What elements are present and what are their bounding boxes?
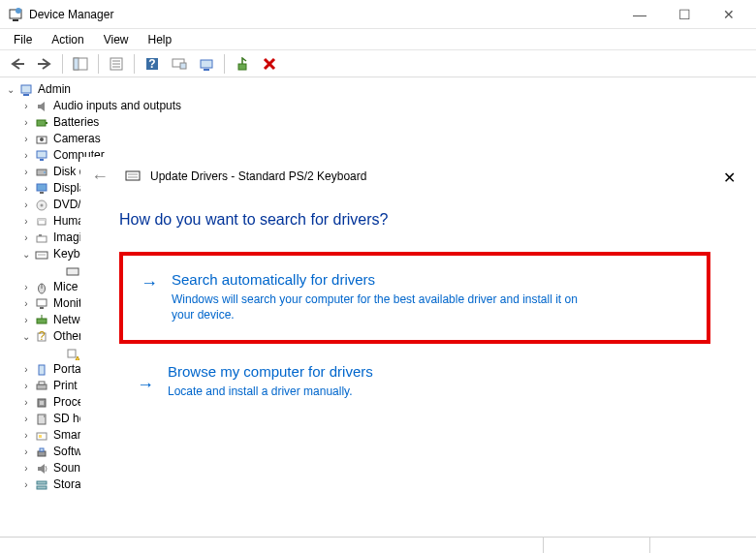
arrow-icon: → (141, 273, 158, 293)
toggle-icon[interactable]: › (19, 114, 33, 131)
toolbar-separator (224, 54, 225, 74)
svg-rect-27 (37, 151, 47, 158)
svg-rect-65 (37, 486, 47, 489)
toolbar-properties-button[interactable] (105, 52, 128, 76)
svg-rect-52 (39, 365, 45, 375)
menu-file[interactable]: File (6, 31, 40, 48)
toggle-icon[interactable]: › (19, 180, 33, 197)
svg-rect-64 (37, 481, 47, 484)
audio-icon (34, 99, 49, 114)
dialog-header: ← Update Drivers - Standard PS/2 Keyboar… (80, 157, 749, 196)
svg-point-26 (40, 138, 44, 141)
svg-text:?: ? (148, 57, 155, 71)
title-bar: Device Manager — ☐ ✕ (0, 0, 756, 29)
svg-marker-51 (76, 356, 79, 360)
svg-rect-53 (37, 384, 47, 389)
sound-icon (34, 461, 49, 476)
menu-help[interactable]: Help (141, 31, 180, 48)
toggle-icon[interactable]: › (19, 361, 33, 378)
option-description: Windows will search your computer for th… (172, 292, 579, 323)
maximize-button[interactable]: ☐ (671, 7, 698, 22)
dialog-back-button[interactable]: ← (88, 167, 111, 187)
toggle-icon[interactable]: › (19, 98, 33, 114)
toggle-icon[interactable]: › (19, 164, 33, 180)
dialog-close-button[interactable]: ✕ (723, 169, 736, 187)
menu-bar: File Action View Help (0, 29, 756, 50)
svg-rect-21 (23, 94, 29, 96)
app-icon (8, 7, 23, 22)
svg-rect-38 (39, 234, 42, 236)
toggle-icon[interactable]: › (19, 427, 33, 444)
tree-item-label: Audio inputs and outputs (53, 98, 181, 114)
tree-item[interactable]: ›Batteries (4, 114, 756, 131)
option-title: Search automatically for drivers (172, 271, 689, 288)
svg-rect-62 (40, 448, 44, 451)
option-search-automatically[interactable]: → Search automatically for drivers Windo… (119, 252, 710, 344)
option-browse-computer[interactable]: → Browse my computer for drivers Locate … (119, 357, 710, 416)
toggle-icon[interactable]: › (19, 131, 33, 147)
battery-icon (34, 115, 49, 131)
dialog-question: How do you want to search for drivers? (119, 211, 710, 229)
toolbar-scan-button[interactable] (168, 52, 191, 76)
toggle-icon[interactable]: › (19, 147, 33, 164)
imaging-icon (34, 230, 49, 246)
svg-rect-20 (21, 85, 31, 93)
toolbar-update-driver-button[interactable] (195, 52, 218, 76)
svg-rect-23 (37, 120, 46, 126)
toggle-icon[interactable]: › (19, 460, 33, 476)
arrow-icon: → (137, 375, 154, 395)
svg-rect-36 (38, 219, 46, 221)
svg-point-30 (44, 171, 46, 173)
tree-root[interactable]: ⌄Admin (4, 81, 756, 98)
svg-point-34 (41, 203, 44, 206)
toolbar: ? (0, 50, 756, 77)
menu-action[interactable]: Action (44, 31, 91, 48)
toggle-icon[interactable]: ⌄ (19, 246, 33, 262)
svg-rect-60 (39, 435, 42, 438)
toggle-icon[interactable]: › (19, 444, 33, 460)
menu-view[interactable]: View (96, 31, 137, 48)
toolbar-separator (98, 54, 99, 74)
network-icon (34, 313, 49, 328)
warn-icon (65, 346, 80, 361)
toggle-icon[interactable]: › (19, 295, 33, 312)
toolbar-uninstall-button[interactable] (258, 52, 281, 76)
svg-rect-22 (38, 105, 41, 108)
dialog-title: Update Drivers - Standard PS/2 Keyboard (150, 169, 366, 183)
toolbar-separator (134, 54, 135, 74)
svg-rect-31 (37, 184, 47, 191)
close-window-button[interactable]: ✕ (715, 7, 742, 22)
svg-rect-32 (40, 192, 44, 194)
svg-rect-54 (39, 382, 45, 384)
toggle-icon[interactable]: › (19, 279, 33, 295)
toolbar-forward-button[interactable] (33, 52, 56, 76)
minimize-button[interactable]: — (626, 7, 653, 22)
svg-point-2 (16, 8, 21, 14)
toggle-icon[interactable]: › (19, 476, 33, 493)
keyboard-item-icon (65, 263, 80, 279)
svg-rect-50 (68, 350, 76, 357)
display-icon (34, 181, 49, 197)
toggle-icon[interactable]: › (19, 411, 33, 427)
toggle-icon[interactable]: › (19, 394, 33, 411)
smartcard-icon (34, 428, 49, 444)
toggle-icon[interactable]: › (19, 378, 33, 394)
toolbar-show-hide-button[interactable] (69, 52, 92, 76)
toolbar-back-button[interactable] (6, 52, 29, 76)
tree-item-label: Batteries (53, 114, 99, 131)
toggle-icon[interactable]: › (19, 213, 33, 230)
svg-rect-6 (74, 58, 79, 70)
toolbar-help-button[interactable]: ? (141, 52, 164, 76)
toggle-icon[interactable]: › (19, 312, 33, 328)
svg-rect-37 (37, 236, 47, 242)
toolbar-enable-device-button[interactable] (231, 52, 254, 76)
toggle-icon[interactable]: ⌄ (19, 328, 33, 345)
toggle-icon[interactable]: › (19, 197, 33, 213)
tree-item[interactable]: ›Cameras (4, 131, 756, 147)
status-bar (0, 537, 756, 553)
printer-icon (34, 379, 49, 394)
svg-rect-14 (180, 63, 186, 69)
tree-item[interactable]: ›Audio inputs and outputs (4, 98, 756, 114)
toggle-icon[interactable]: › (19, 230, 33, 246)
disk-icon (34, 165, 49, 180)
